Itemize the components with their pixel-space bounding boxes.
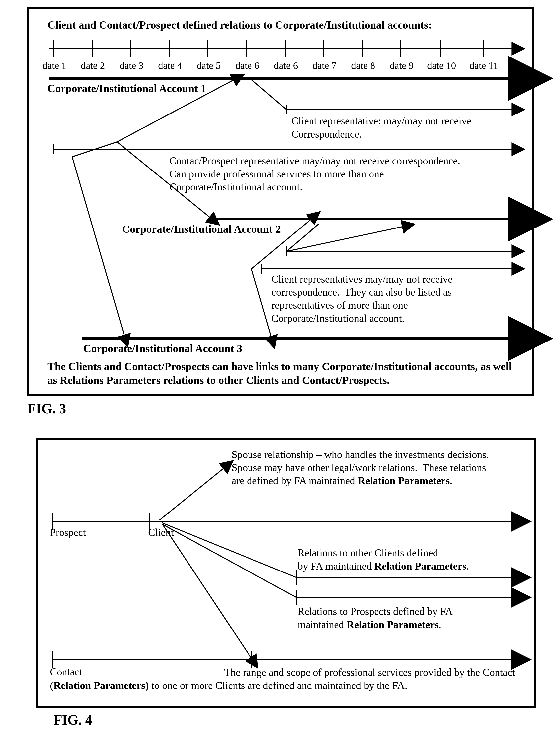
page: Client and Contact/Prospect defined rela… [0, 0, 560, 742]
text: to one or more Clients are defined and m… [149, 680, 407, 691]
text: . [466, 560, 469, 572]
svg-line-36 [159, 468, 224, 520]
fig4-spouse-note: Spouse relationship – who handles the in… [232, 448, 525, 487]
text-bold: Relation Parameters [374, 560, 466, 572]
svg-line-46 [163, 525, 252, 658]
fig4-clients-note: Relations to other Clients defined by FA… [298, 546, 524, 573]
text-bold: Relation Parameters [347, 619, 439, 630]
text: . [439, 619, 442, 630]
text-bold: Relation Parameters [358, 475, 450, 486]
fig4-caption: FIG. 4 [54, 712, 92, 728]
svg-line-42 [162, 524, 296, 597]
fig4-contact-note: The range and scope of professional serv… [50, 666, 523, 692]
svg-line-39 [162, 523, 296, 578]
client-label: Client [148, 526, 174, 538]
text: . [450, 475, 452, 486]
prospect-label: Prospect [50, 526, 86, 538]
fig4-prospects-note: Relations to Prospects defined by FA mai… [298, 605, 524, 631]
text-bold: Relation Parameters) [53, 680, 149, 691]
